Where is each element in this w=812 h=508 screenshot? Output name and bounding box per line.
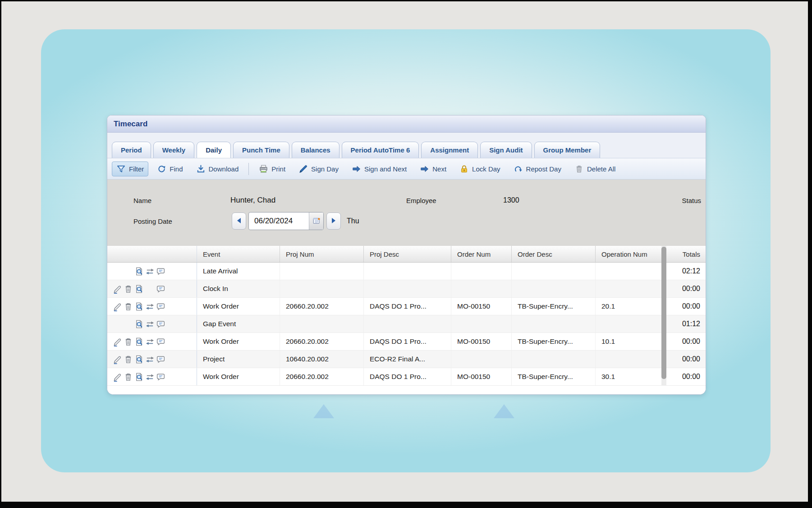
column-header-order_num[interactable]: Order Num — [451, 246, 512, 262]
cell-operation_num — [596, 351, 666, 368]
arrow-right-icon — [420, 164, 429, 174]
comment-bubble-icon[interactable] — [155, 266, 166, 276]
tab-period[interactable]: Period — [112, 142, 151, 158]
previous-day-button[interactable] — [232, 212, 246, 230]
comment-bubble-icon[interactable] — [155, 284, 166, 294]
sign-day-button[interactable]: Sign Day — [294, 162, 343, 176]
toolbar-separator — [248, 163, 249, 175]
window-titlebar: Timecard — [107, 115, 706, 133]
day-of-week-label: Thu — [347, 217, 359, 225]
repost-day-label: Repost Day — [526, 165, 561, 173]
transfer-arrows-icon[interactable] — [144, 266, 155, 276]
view-details-icon[interactable] — [133, 266, 144, 276]
cell-operation_num — [596, 263, 666, 280]
tab-group-member[interactable]: Group Member — [534, 142, 601, 158]
edit-pencil-icon[interactable] — [112, 337, 123, 346]
comment-bubble-icon[interactable] — [155, 301, 166, 311]
column-header-proj_num[interactable]: Proj Num — [280, 246, 364, 262]
transfer-arrows-icon[interactable] — [144, 319, 155, 329]
filter-icon — [116, 164, 126, 174]
column-header-order_desc[interactable]: Order Desc — [512, 246, 596, 262]
table-row[interactable]: Clock In00:00 — [107, 280, 706, 298]
view-details-icon[interactable] — [133, 372, 144, 382]
lock-day-button[interactable]: Lock Day — [455, 162, 505, 176]
delete-trash-icon[interactable] — [123, 301, 133, 311]
tab-period-autotime-6[interactable]: Period AutoTime 6 — [342, 142, 419, 158]
table-row[interactable]: Gap Event01:12 — [107, 315, 706, 333]
delete-all-button[interactable]: Delete All — [570, 162, 620, 176]
pen-icon — [298, 164, 308, 174]
cell-event: Clock In — [197, 280, 280, 297]
download-button[interactable]: Download — [192, 162, 243, 176]
next-button[interactable]: Next — [415, 162, 451, 176]
cell-order_num: MO-00150 — [451, 368, 512, 385]
column-header-event[interactable]: Event — [197, 246, 280, 262]
screenshot-frame: Timecard PeriodWeeklyDailyPunch TimeBala… — [0, 0, 812, 508]
cell-proj_num — [280, 263, 364, 280]
comment-bubble-icon[interactable] — [155, 372, 166, 382]
cell-order_num — [451, 351, 512, 368]
edit-pencil-icon[interactable] — [112, 354, 123, 364]
transfer-arrows-icon[interactable] — [144, 337, 155, 346]
table-row[interactable]: Work Order20660.20.002DAQS DO 1 Pro...MO… — [107, 333, 706, 351]
next-day-button[interactable] — [326, 212, 341, 230]
edit-pencil-icon[interactable] — [112, 284, 123, 294]
sign-and-next-button[interactable]: Sign and Next — [347, 162, 411, 176]
action-spacer — [112, 319, 123, 329]
desktop-background: Timecard PeriodWeeklyDailyPunch TimeBala… — [1, 1, 808, 502]
table-row[interactable]: Work Order20660.20.002DAQS DO 1 Pro...MO… — [107, 298, 706, 315]
column-header-proj_desc[interactable]: Proj Desc — [364, 246, 451, 262]
view-details-icon[interactable] — [133, 284, 144, 294]
transfer-arrows-icon[interactable] — [144, 354, 155, 364]
print-button[interactable]: Print — [254, 162, 290, 176]
cell-event: Work Order — [197, 368, 280, 385]
tab-daily[interactable]: Daily — [197, 142, 231, 158]
edit-pencil-icon[interactable] — [112, 301, 123, 311]
transfer-arrows-icon[interactable] — [144, 372, 155, 382]
timecard-window: Timecard PeriodWeeklyDailyPunch TimeBala… — [107, 115, 706, 395]
comment-bubble-icon[interactable] — [155, 354, 166, 364]
table-row[interactable]: Project10640.20.002ECO-R2 Final A...00:0… — [107, 351, 706, 368]
find-button[interactable]: Find — [152, 162, 187, 176]
cell-actions — [107, 333, 197, 350]
table-body: Late Arrival02:12Clock In00:00Work Order… — [107, 263, 706, 386]
tab-sign-audit[interactable]: Sign Audit — [480, 142, 532, 158]
delete-trash-icon[interactable] — [123, 354, 133, 364]
cell-proj_desc — [364, 263, 451, 280]
print-label: Print — [271, 165, 285, 173]
comment-bubble-icon[interactable] — [155, 337, 166, 346]
cell-actions — [107, 263, 197, 280]
edit-pencil-icon[interactable] — [112, 372, 123, 382]
view-details-icon[interactable] — [133, 301, 144, 311]
sign-and-next-label: Sign and Next — [364, 165, 407, 173]
delete-trash-icon[interactable] — [123, 372, 133, 382]
filter-button[interactable]: Filter — [112, 162, 148, 176]
tab-punch-time[interactable]: Punch Time — [233, 142, 289, 158]
view-details-icon[interactable] — [133, 354, 144, 364]
comment-bubble-icon[interactable] — [155, 319, 166, 329]
view-details-icon[interactable] — [133, 319, 144, 329]
scrollbar-thumb[interactable] — [661, 247, 666, 379]
column-header-operation_num[interactable]: Operation Num — [596, 246, 666, 262]
posting-date-input[interactable]: 06/20/2024 — [249, 212, 309, 230]
name-label: Name — [133, 197, 151, 204]
tab-weekly[interactable]: Weekly — [153, 142, 194, 158]
delete-trash-icon[interactable] — [123, 337, 133, 346]
column-header-totals[interactable]: Totals — [666, 246, 706, 262]
table-row[interactable]: Work Order20660.20.002DAQS DO 1 Pro...MO… — [107, 368, 706, 386]
tab-assignment[interactable]: Assignment — [421, 142, 478, 158]
cell-proj_desc — [364, 280, 451, 297]
cell-operation_num: 10.1 — [596, 333, 666, 350]
cell-totals: 01:12 — [666, 315, 706, 333]
refresh-icon — [157, 164, 166, 174]
transfer-arrows-icon[interactable] — [144, 301, 155, 311]
tab-balances[interactable]: Balances — [292, 142, 339, 158]
repost-day-button[interactable]: Repost Day — [509, 162, 566, 176]
delete-trash-icon[interactable] — [123, 284, 133, 294]
vertical-scrollbar[interactable] — [661, 246, 666, 386]
table-row[interactable]: Late Arrival02:12 — [107, 263, 706, 280]
calendar-picker-button[interactable] — [309, 212, 323, 230]
view-details-icon[interactable] — [133, 337, 144, 346]
cell-proj_num — [280, 280, 364, 297]
cell-order_num — [451, 263, 512, 280]
